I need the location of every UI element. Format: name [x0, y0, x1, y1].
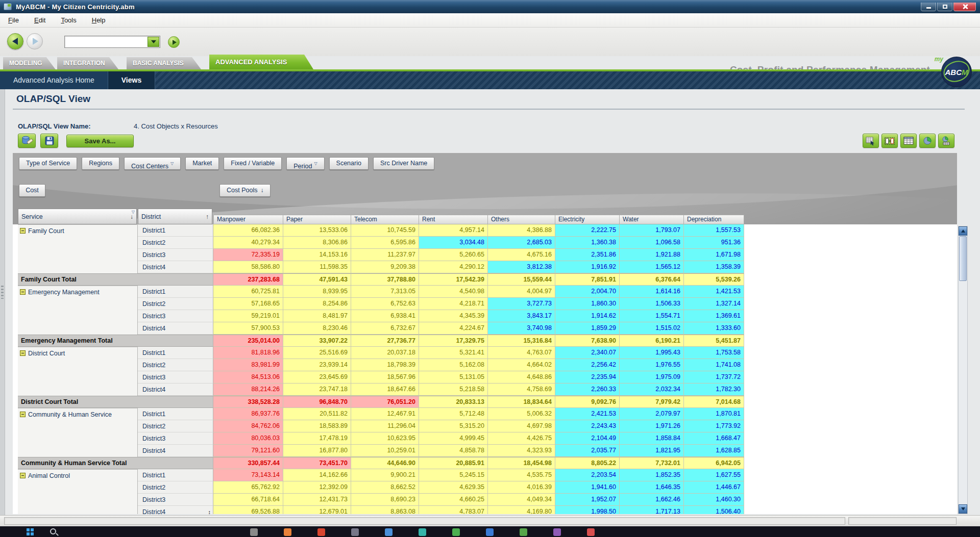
data-cell[interactable]: 1,852.35: [620, 469, 684, 481]
data-cell[interactable]: 88,214.26: [213, 383, 283, 396]
data-cell[interactable]: 12,467.91: [351, 408, 419, 420]
service-cell[interactable]: [18, 494, 138, 506]
expand-rows-icon[interactable]: [208, 509, 211, 515]
data-cell[interactable]: 96,848.70: [283, 396, 351, 408]
data-cell[interactable]: 10,259.01: [351, 445, 419, 457]
menu-help[interactable]: Help: [92, 16, 106, 24]
data-cell[interactable]: 9,092.76: [555, 396, 620, 408]
data-cell[interactable]: 23,747.18: [283, 383, 351, 396]
data-cell[interactable]: 4,648.86: [488, 371, 555, 383]
measure-header-water[interactable]: Water: [620, 215, 684, 224]
service-cell[interactable]: [18, 420, 138, 432]
data-cell[interactable]: 1,952.07: [555, 494, 620, 506]
data-cell[interactable]: 1,614.16: [620, 286, 684, 298]
service-cell[interactable]: [18, 445, 138, 457]
data-cell[interactable]: 18,567.96: [351, 371, 419, 383]
data-cell[interactable]: 2,203.54: [555, 469, 620, 481]
data-cell[interactable]: 18,834.64: [488, 396, 555, 408]
data-cell[interactable]: 10,745.59: [351, 224, 419, 237]
data-cell[interactable]: 1,096.58: [620, 237, 684, 249]
data-cell[interactable]: 80,036.03: [213, 432, 283, 445]
district-cell[interactable]: District1: [138, 347, 213, 359]
service-cell[interactable]: [18, 371, 138, 383]
data-cell[interactable]: 11,598.35: [283, 261, 351, 273]
service-cell[interactable]: [18, 383, 138, 396]
data-cell[interactable]: 8,690.23: [351, 494, 419, 506]
data-cell[interactable]: 3,727.73: [488, 298, 555, 310]
data-cell[interactable]: 14,153.16: [283, 249, 351, 261]
data-cell[interactable]: 6,732.67: [351, 322, 419, 335]
data-cell[interactable]: 330,857.44: [213, 457, 283, 469]
service-cell[interactable]: [18, 249, 138, 261]
data-cell[interactable]: 4,697.98: [488, 420, 555, 432]
data-cell[interactable]: 1,662.46: [620, 494, 684, 506]
data-cell[interactable]: 3,843.17: [488, 310, 555, 322]
data-cell[interactable]: 4,783.07: [419, 506, 488, 514]
data-cell[interactable]: 81,818.96: [213, 347, 283, 359]
data-cell[interactable]: 15,316.84: [488, 335, 555, 347]
data-cell[interactable]: 6,942.05: [684, 457, 744, 469]
data-cell[interactable]: 8,481.97: [283, 310, 351, 322]
data-cell[interactable]: 1,369.61: [684, 310, 744, 322]
maximize-button[interactable]: [937, 3, 952, 11]
district-cell[interactable]: District4: [138, 445, 213, 457]
data-cell[interactable]: 4,660.25: [419, 494, 488, 506]
export-table-button[interactable]: [863, 134, 879, 148]
service-cell[interactable]: [18, 506, 138, 514]
data-cell[interactable]: 2,340.07: [555, 347, 620, 359]
data-cell[interactable]: 7,313.05: [351, 286, 419, 298]
district-cell[interactable]: District3: [138, 310, 213, 322]
data-cell[interactable]: 73,451.70: [283, 457, 351, 469]
tab-advanced-analysis[interactable]: ADVANCED ANALYSIS: [209, 55, 313, 69]
left-splitter[interactable]: [0, 89, 5, 515]
data-cell[interactable]: 1,627.55: [684, 469, 744, 481]
data-cell[interactable]: 2,004.70: [555, 286, 620, 298]
data-cell[interactable]: 83,981.99: [213, 359, 283, 371]
district-cell[interactable]: District4: [138, 261, 213, 273]
data-cell[interactable]: 1,858.84: [620, 432, 684, 445]
data-cell[interactable]: 6,595.86: [351, 237, 419, 249]
data-cell[interactable]: 4,535.75: [488, 469, 555, 481]
data-cell[interactable]: 11,296.04: [351, 420, 419, 432]
data-cell[interactable]: 4,049.34: [488, 494, 555, 506]
measure-header-others[interactable]: Others: [488, 215, 555, 224]
data-cell[interactable]: 2,079.97: [620, 408, 684, 420]
taskbar-app-icon[interactable]: [419, 528, 426, 536]
measure-header-telecom[interactable]: Telecom: [351, 215, 419, 224]
data-cell[interactable]: 4,345.39: [419, 310, 488, 322]
data-cell[interactable]: 4,858.78: [419, 445, 488, 457]
data-cell[interactable]: 27,736.77: [351, 335, 419, 347]
data-cell[interactable]: 1,975.09: [620, 371, 684, 383]
data-cell[interactable]: 47,591.43: [283, 273, 351, 286]
service-cell[interactable]: Animal Control: [18, 469, 138, 481]
data-cell[interactable]: 1,941.60: [555, 481, 620, 494]
data-cell[interactable]: 1,628.85: [684, 445, 744, 457]
data-cell[interactable]: 5,162.08: [419, 359, 488, 371]
data-cell[interactable]: 4,999.45: [419, 432, 488, 445]
data-cell[interactable]: 66,082.36: [213, 224, 283, 237]
scroll-down-button[interactable]: [959, 504, 967, 514]
filter-chip-cost-centers[interactable]: Cost Centers▽: [124, 157, 181, 170]
data-cell[interactable]: 57,168.65: [213, 298, 283, 310]
scrollbar-thumb[interactable]: [959, 236, 967, 281]
data-cell[interactable]: 1,565.12: [620, 261, 684, 273]
save-as-button[interactable]: Save As...: [66, 135, 134, 147]
close-button[interactable]: [953, 3, 976, 11]
collapse-icon[interactable]: [20, 412, 26, 417]
data-cell[interactable]: 8,805.22: [555, 457, 620, 469]
service-cell[interactable]: [18, 481, 138, 494]
data-cell[interactable]: 4,386.88: [488, 224, 555, 237]
data-cell[interactable]: 59,219.01: [213, 310, 283, 322]
data-cell[interactable]: 20,833.13: [419, 396, 488, 408]
data-cell[interactable]: 17,478.19: [283, 432, 351, 445]
data-cell[interactable]: 1,773.92: [684, 420, 744, 432]
data-cell[interactable]: 2,685.03: [488, 237, 555, 249]
chart-view-button[interactable]: [919, 134, 936, 148]
data-cell[interactable]: 338,528.28: [213, 396, 283, 408]
filter-chip-market[interactable]: Market: [185, 157, 219, 170]
tab-integration[interactable]: INTEGRATION: [57, 57, 118, 69]
district-cell[interactable]: District1: [138, 286, 213, 298]
data-cell[interactable]: 23,939.14: [283, 359, 351, 371]
grid-view-button[interactable]: [900, 134, 917, 148]
measure-header-rent[interactable]: Rent: [419, 215, 488, 224]
